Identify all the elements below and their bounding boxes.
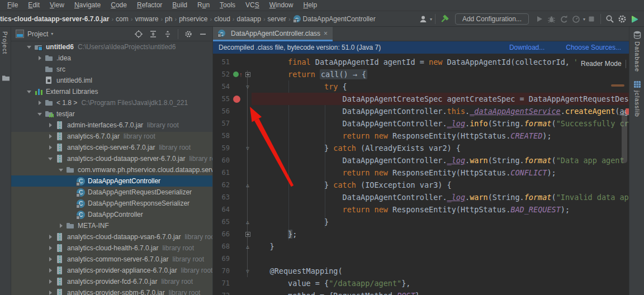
tree-row-external-libraries[interactable]: External Libraries (11, 86, 212, 97)
tree-row-dataappagentresponseserializer[interactable]: CDataAppAgentResponseSerializer (11, 198, 212, 209)
line-number[interactable]: 70 (213, 265, 230, 277)
choose-sources-link[interactable]: Choose Sources... (566, 44, 621, 51)
database-stripe-button[interactable]: Database (629, 31, 644, 72)
tree-row-admin-interfaces-6-7-0-jar[interactable]: admin-interfaces-6.7.0.jarlibrary root (11, 120, 212, 131)
breakpoint-icon[interactable] (233, 93, 240, 105)
line-number[interactable]: 56 (213, 105, 230, 117)
panel-settings-gear-icon[interactable] (181, 28, 196, 40)
menu-file[interactable]: File (2, 0, 23, 11)
code-editor[interactable]: 51final DataAppAgentId agentId = new Dat… (213, 54, 629, 295)
chevron-down-icon[interactable] (47, 156, 55, 161)
breadcrumb-item[interactable]: com (116, 15, 129, 23)
tree-row-dataappagentcontroller[interactable]: CDataAppAgentController (11, 175, 212, 187)
tree-row--idea[interactable]: .idea (11, 53, 212, 64)
add-configuration-button[interactable]: Add Configuration... (455, 13, 529, 25)
line-number[interactable]: 52 (213, 68, 230, 80)
tree-row-com-vmware-ph-phservice-cloud-dataapp-server[interactable]: com.vmware.ph.phservice.cloud.dataapp.se… (11, 164, 212, 175)
hide-panel-icon[interactable] (196, 28, 210, 40)
download-link[interactable]: Download... (509, 44, 544, 51)
chevron-right-icon[interactable] (47, 134, 55, 139)
fold-marker-icon[interactable]: ▿ (244, 80, 252, 93)
fold-expand-icon[interactable] (244, 228, 252, 240)
project-stripe-button[interactable]: Project (2, 31, 8, 54)
chevron-right-icon[interactable] (47, 256, 55, 262)
line-number[interactable]: 63 (213, 191, 230, 203)
line-number[interactable]: 57 (213, 117, 230, 130)
line-number[interactable]: 55 (213, 93, 230, 105)
coverage-icon[interactable] (558, 13, 570, 25)
menu-tools[interactable]: Tools (215, 0, 240, 11)
reader-mode-toggle[interactable]: Reader Mode ⚙ (576, 58, 634, 70)
line-number[interactable]: 54 (213, 80, 230, 93)
chevron-down-icon[interactable] (26, 44, 34, 50)
line-number[interactable]: 58 (213, 130, 230, 142)
chevron-right-icon[interactable] (47, 268, 55, 273)
line-number[interactable]: 64 (213, 203, 230, 216)
tree-row-analytics-cloud-dataapp-vsan-6-7-0-jar[interactable]: analytics-cloud-dataapp-vsan-6.7.0.jarli… (11, 231, 212, 242)
breadcrumb-item[interactable]: server (268, 15, 286, 23)
tree-row-meta-inf[interactable]: META-INF (11, 220, 212, 231)
chevron-down-icon[interactable] (26, 89, 34, 94)
menu-refactor[interactable]: Refactor (132, 0, 167, 11)
menu-build[interactable]: Build (167, 0, 192, 11)
line-number[interactable]: 72 (213, 289, 230, 295)
project-view-caret[interactable]: ▾ (51, 31, 53, 36)
user-dropdown-caret[interactable]: ▾ (430, 17, 432, 22)
search-everywhere-icon[interactable] (604, 13, 616, 25)
fold-marker-icon[interactable]: ▵ (244, 216, 252, 228)
breadcrumb-item[interactable]: phservice (179, 15, 207, 23)
settings-gear-icon[interactable] (616, 13, 628, 25)
breadcrumb-item[interactable]: ph (165, 15, 172, 23)
breadcrumb-item[interactable]: dataapp (237, 15, 261, 23)
chevron-right-icon[interactable] (47, 290, 55, 295)
breadcrumb-item[interactable]: DataAppAgentController (303, 15, 376, 23)
tree-row-analytics-provider-appliance-6-7-0-jar[interactable]: analytics-provider-appliance-6.7.0.jarli… (11, 265, 212, 276)
fold-marker-icon[interactable]: ▵ (244, 179, 252, 191)
breadcrumb-item[interactable]: vmware (135, 15, 158, 23)
line-number[interactable]: 61 (213, 166, 230, 179)
line-number[interactable]: 69 (213, 253, 230, 265)
locate-file-icon[interactable] (131, 28, 146, 40)
tree-row--1-8-[interactable]: < 1.8 >C:\Program Files\Java\jdk1.8.0_22… (11, 97, 212, 108)
tree-row-analytics-ceip-server-6-7-0-jar[interactable]: analytics-ceip-server-6.7.0.jarlibrary r… (11, 142, 212, 153)
debug-icon[interactable] (546, 13, 558, 25)
chevron-right-icon[interactable] (58, 223, 66, 229)
line-number[interactable]: 68 (213, 240, 230, 253)
fold-marker-icon[interactable]: ▿ (244, 142, 252, 154)
tree-row-analytics-provider-spbm-6-7-0-jar[interactable]: analytics-provider-spbm-6.7.0.jarlibrary… (11, 287, 212, 295)
tree-row-analytics-provider-fcd-6-7-0-jar[interactable]: analytics-provider-fcd-6.7.0.jarlibrary … (11, 276, 212, 287)
line-number[interactable]: 51 (213, 56, 230, 68)
menu-navigate[interactable]: Navigate (69, 0, 106, 11)
chevron-down-icon[interactable] (58, 167, 66, 173)
tree-row-analytics-cloud-health-6-7-0-jar[interactable]: analytics-cloud-health-6.7.0.jarlibrary … (11, 242, 212, 254)
chevron-right-icon[interactable] (47, 245, 55, 251)
line-number[interactable]: 60 (213, 154, 230, 166)
folder-icon[interactable] (2, 75, 10, 81)
tree-row-dataappcontroller[interactable]: CDataAppController (11, 209, 212, 220)
stop-icon[interactable] (585, 13, 598, 25)
tree-row-src[interactable]: src (11, 64, 212, 75)
ide-feature-logo-icon[interactable] (628, 13, 641, 25)
fold-marker-icon[interactable]: ▵ (244, 240, 252, 253)
menu-window[interactable]: Window (264, 0, 299, 11)
chevron-right-icon[interactable] (47, 122, 55, 128)
tree-row-analytics-cloud-dataapp-server-6-7-0-jar[interactable]: analytics-cloud-dataapp-server-6.7.0.jar… (11, 153, 212, 164)
tree-row-analytics-common-server-6-7-0-jar[interactable]: analytics-common-server-6.7.0.jarlibrary… (11, 254, 212, 265)
breadcrumb-item[interactable]: cloud (214, 15, 230, 23)
tree-row-untitled6-iml[interactable]: untitled6.iml (11, 75, 212, 86)
breadcrumb-item[interactable]: tics-cloud-dataapp-server-6.7.0.jar (0, 15, 109, 23)
run-icon[interactable] (533, 13, 546, 25)
menu-run[interactable]: Run (192, 0, 215, 11)
editor-scrollbar-thumb[interactable] (622, 112, 627, 163)
expand-all-icon[interactable] (146, 28, 160, 40)
close-icon[interactable]: × (324, 30, 328, 37)
jclasslib-stripe-button[interactable]: jclasslib (629, 80, 644, 117)
tab-dataappagentcontroller[interactable]: C DataAppAgentController.class × (213, 27, 333, 41)
chevron-right-icon[interactable] (36, 55, 45, 61)
menu-help[interactable]: Help (298, 0, 322, 11)
build-hammer-icon[interactable] (438, 13, 451, 25)
line-number[interactable]: 66 (213, 228, 230, 240)
line-number[interactable]: 59 (213, 142, 230, 154)
implements-marker-icon[interactable]: ↑ (233, 68, 243, 80)
menu-code[interactable]: Code (106, 0, 132, 11)
